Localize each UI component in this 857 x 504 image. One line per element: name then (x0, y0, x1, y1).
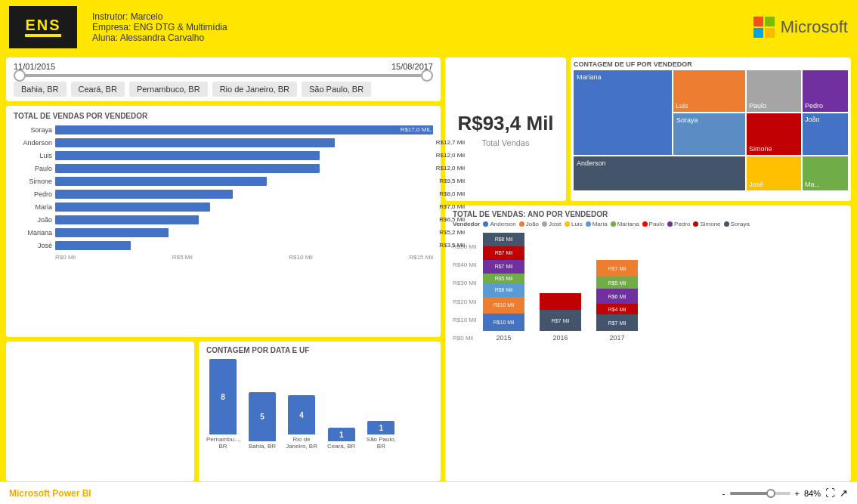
company-label: Empresa: ENG DTG & Multimídia (92, 22, 227, 32)
settings-icon[interactable]: ↗ (840, 487, 848, 499)
bottom-left: CONTAGEM POR DATA E UF 8 Pernambu..., BR… (6, 342, 441, 481)
microsoft-logo-icon (753, 17, 775, 38)
bar-track: R$7,0 Mil (55, 203, 433, 212)
bar-track: R$12,0 Mil (55, 151, 433, 160)
contagem-title: CONTAGEM POR DATA E UF (206, 346, 433, 354)
count-bar-col: 5 Bahia, BR (249, 392, 276, 450)
ms-blue-square (753, 28, 763, 38)
slider-thumb-left[interactable] (14, 70, 26, 82)
axis-0: R$0 Mil (55, 254, 76, 261)
seg-2015-pedro: R$7 Mil (483, 260, 524, 274)
bar-row: José R$3,5 Mil (14, 240, 433, 251)
y-label-30: R$30 Mil (453, 280, 483, 286)
filter-btn-rio[interactable]: Rio de Janeiro, BR (212, 82, 297, 97)
year-2015: 2015 (496, 334, 511, 342)
bar-value: R$17,0 MIL (401, 126, 432, 133)
count-bars: 8 Pernambu..., BR 5 Bahia, BR 4 Rio de J… (206, 359, 433, 450)
kpi-value: R$93,4 Mil (457, 112, 553, 135)
count-bar-fill: 1 (367, 421, 394, 434)
filter-btn-bahia[interactable]: Bahia, BR (14, 82, 67, 97)
date-range: 11/01/2015 15/08/2017 (14, 62, 433, 71)
bar-track: R$9,5 Mil (55, 177, 433, 186)
fullscreen-icon[interactable]: ⛶ (825, 487, 835, 499)
bar-chart-box: TOTAL DE VENDAS POR VENDEDOR Soraya R$17… (6, 106, 441, 337)
filter-btn-ceara[interactable]: Ceará, BR (71, 82, 125, 97)
seg-2017-mariana: R$5 Mil (596, 277, 638, 289)
bar-row: Pedro R$8,0 Mil (14, 189, 433, 199)
bar-label: Anderson (14, 139, 55, 147)
ms-green-square (765, 17, 775, 26)
year-2017: 2017 (609, 334, 624, 342)
bar-row: Maria R$7,0 Mil (14, 202, 433, 212)
bar-value: R$8,0 Mil (439, 190, 465, 197)
tm-ma: Ma... (803, 156, 848, 190)
seg-2015-soraya: R$6 Mil (483, 233, 524, 246)
count-bar-fill: 8 (209, 359, 237, 434)
tm-mariana: Mariana (574, 70, 672, 155)
bar-chart-rows: Soraya R$17,0 MIL Anderson R$12,7 Mil Lu… (14, 125, 433, 251)
bar-value: R$5,2 Mil (439, 229, 465, 236)
header-info: Instrutor: Marcelo Empresa: ENG DTG & Mu… (92, 11, 227, 43)
content-area: 11/01/2015 15/08/2017 Bahia, BR Ceará, B… (0, 54, 857, 481)
bar-track: R$12,0 Mil (55, 164, 433, 173)
zoom-thumb[interactable] (766, 489, 775, 498)
count-bar-col: 4 Rio de Janeiro, BR (285, 395, 318, 450)
bar-track: R$3,5 Mil (55, 241, 433, 250)
axis-15: R$15 Mil (409, 254, 433, 261)
zoom-minus[interactable]: - (722, 489, 726, 498)
contagem-box: CONTAGEM POR DATA E UF 8 Pernambu..., BR… (199, 342, 441, 481)
zoom-value: 84% (804, 489, 821, 498)
bar-row: Mariana R$5,2 Mil (14, 227, 433, 238)
zoom-controls: - + 84% ⛶ ↗ (722, 487, 848, 499)
seg-2015-mariana: R$5 Mil (483, 274, 524, 283)
bar-row: Simone R$9,5 Mil (14, 176, 433, 187)
bar-fill: R$17,0 MIL (55, 125, 433, 135)
bar-fill (55, 203, 210, 212)
bar-axis: R$0 Mil R$5 Mil R$10 Mil R$15 Mil (14, 254, 433, 261)
bottom-left-inner (6, 342, 194, 481)
treemap-box: CONTAGEM DE UF POR VENDEDOR Mariana Luis… (571, 57, 851, 201)
top-right-row: R$93,4 Mil Total Vendas CONTAGEM DE UF P… (445, 57, 851, 201)
bar-label: Mariana (14, 229, 55, 237)
bar-fill (55, 177, 267, 186)
bar-value: R$9,5 Mil (439, 178, 465, 184)
bar-value: R$6,5 Mil (439, 216, 465, 223)
powerbi-label[interactable]: Microsoft Power BI (9, 488, 91, 499)
legend-anderson: Anderson (483, 221, 515, 227)
slider-thumb-right[interactable] (421, 70, 433, 82)
left-panel: 11/01/2015 15/08/2017 Bahia, BR Ceará, B… (6, 57, 441, 481)
treemap-title: CONTAGEM DE UF POR VENDEDOR (574, 60, 848, 68)
bar-label: José (14, 242, 55, 249)
seg-2015-joao: R$10 Mil (483, 297, 524, 314)
bar-row: Paulo R$12,0 Mil (14, 163, 433, 174)
legend-luis: Luis (565, 221, 583, 227)
legend-paulo: Paulo (642, 221, 664, 227)
right-panel: R$93,4 Mil Total Vendas CONTAGEM DE UF P… (445, 57, 851, 481)
ms-yellow-square (765, 28, 775, 38)
instructor-label: Instrutor: Marcelo (92, 11, 227, 22)
stacked-chart-area: R$0 Mil R$10 Mil R$20 Mil R$30 Mil R$40 … (453, 232, 843, 342)
legend-pedro: Pedro (667, 221, 690, 227)
seg-2015-maria: R$8 Mil (483, 283, 524, 297)
zoom-plus[interactable]: + (795, 489, 800, 498)
filter-btn-pernambuco[interactable]: Pernambuco, BR (129, 82, 208, 97)
zoom-slider[interactable] (730, 492, 790, 495)
bar-track: R$8,0 Mil (55, 190, 433, 199)
bottom-bar: Microsoft Power BI - + 84% ⛶ ↗ (0, 481, 857, 504)
count-bar-label: Pernambu..., BR (206, 436, 240, 450)
count-bar-col: 8 Pernambu..., BR (206, 359, 240, 450)
filter-btn-saopaulo[interactable]: São Paulo, BR (302, 82, 371, 97)
tm-luis: Luis (673, 70, 745, 112)
axis-10: R$10 Mil (289, 254, 313, 261)
microsoft-label: Microsoft (781, 17, 848, 37)
count-bar-label: Bahia, BR (249, 443, 276, 450)
date-slider-track[interactable] (14, 74, 433, 77)
seg-2015-simone: R$7 Mil (483, 246, 524, 260)
legend-mariana: Mariana (611, 221, 639, 227)
axis-5: R$5 Mil (172, 254, 193, 261)
bar-row: Soraya R$17,0 MIL (14, 125, 433, 135)
bar-value: R$12,7 Mil (436, 139, 465, 146)
bar-label: Pedro (14, 190, 55, 198)
student-label: Aluna: Alessandra Carvalho (92, 32, 227, 43)
legend-soraya: Soraya (724, 221, 750, 227)
